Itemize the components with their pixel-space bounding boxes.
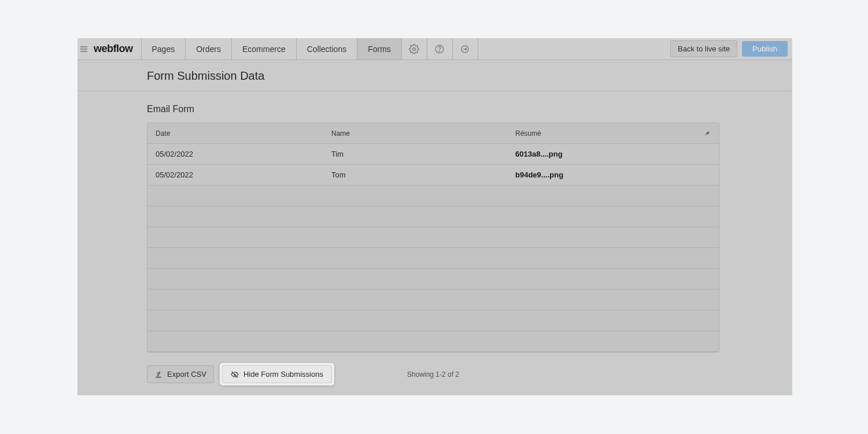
app-frame: webflow Pages Orders Ecommerce Collectio… xyxy=(77,38,792,395)
export-icon xyxy=(154,370,162,379)
hide-form-submissions-button[interactable]: Hide Form Submissions xyxy=(222,365,332,383)
top-bar: webflow Pages Orders Ecommerce Collectio… xyxy=(77,38,792,60)
table-header: Date Name Résumé xyxy=(147,123,719,144)
form-name-heading: Email Form xyxy=(77,91,792,123)
nav-tabs: Pages Orders Ecommerce Collections Forms xyxy=(142,38,402,60)
share-icon[interactable] xyxy=(453,38,478,60)
back-to-live-site-button[interactable]: Back to live site xyxy=(670,40,737,57)
col-date[interactable]: Date xyxy=(147,129,331,138)
svg-point-2 xyxy=(439,51,440,51)
table-row xyxy=(147,186,719,206)
tab-forms[interactable]: Forms xyxy=(357,38,402,60)
table-row[interactable]: 05/02/2022Tim6013a8....png xyxy=(147,144,719,165)
help-icon[interactable] xyxy=(427,38,453,60)
table-row xyxy=(147,290,719,310)
page-title: Form Submission Data xyxy=(77,60,792,91)
hamburger-icon[interactable] xyxy=(77,38,90,60)
export-csv-button[interactable]: Export CSV xyxy=(147,365,214,383)
pagination-status: Showing 1-2 of 2 xyxy=(407,370,459,379)
cell-name: Tom xyxy=(331,170,515,179)
tab-pages[interactable]: Pages xyxy=(142,38,186,60)
export-csv-label: Export CSV xyxy=(167,370,206,379)
col-name[interactable]: Name xyxy=(331,129,515,138)
eye-off-icon xyxy=(231,370,239,379)
content-area: Form Submission Data Email Form Date Nam… xyxy=(77,60,792,385)
table-row xyxy=(147,227,719,248)
tab-ecommerce[interactable]: Ecommerce xyxy=(232,38,297,60)
table-row xyxy=(147,206,719,227)
table-row xyxy=(147,248,719,269)
cell-name: Tim xyxy=(331,150,515,158)
cell-resume[interactable]: 6013a8....png xyxy=(515,150,719,158)
cell-resume[interactable]: b94de9....png xyxy=(515,170,719,179)
webflow-logo[interactable]: webflow xyxy=(90,38,142,60)
hide-submissions-highlight: Hide Form Submissions xyxy=(220,363,334,385)
table-row xyxy=(147,310,719,331)
svg-point-0 xyxy=(413,47,416,50)
cell-date: 05/02/2022 xyxy=(147,150,331,158)
tab-orders[interactable]: Orders xyxy=(186,38,232,60)
table-footer: Export CSV Hide Form Submissions Showing… xyxy=(147,363,719,385)
table-row xyxy=(147,331,719,352)
pin-icon[interactable] xyxy=(704,130,711,137)
submissions-table: Date Name Résumé 05/02/2022Tim6013a8....… xyxy=(147,123,719,353)
col-resume[interactable]: Résumé xyxy=(515,129,719,138)
table-row[interactable]: 05/02/2022Tomb94de9....png xyxy=(147,165,719,186)
hide-submissions-label: Hide Form Submissions xyxy=(243,370,323,379)
publish-button[interactable]: Publish xyxy=(742,41,788,57)
tab-collections[interactable]: Collections xyxy=(297,38,357,60)
cell-date: 05/02/2022 xyxy=(147,170,331,179)
table-row xyxy=(147,269,719,290)
top-right-actions: Back to live site Publish xyxy=(670,38,792,60)
col-resume-label: Résumé xyxy=(515,129,541,138)
gear-icon[interactable] xyxy=(402,38,427,60)
